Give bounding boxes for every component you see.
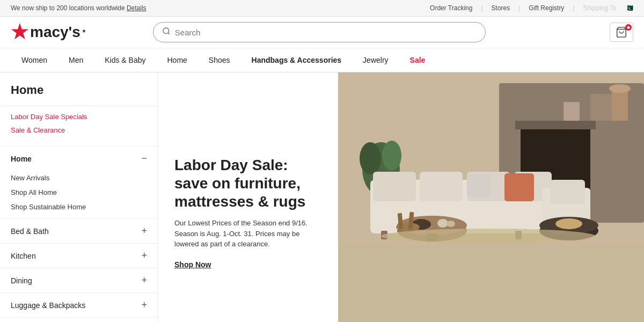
svg-point-12 [382,141,401,171]
svg-rect-15 [373,172,416,201]
svg-point-35 [381,229,596,244]
svg-point-30 [447,221,455,227]
top-bar-right: Order Tracking | Stores | Gift Registry … [430,4,633,12]
sidebar-section-home: Home − New Arrivals Shop All Home Shop S… [0,146,158,218]
nav-item-kids-baby[interactable]: Kids & Baby [94,48,156,72]
nav-item-men[interactable]: Men [58,48,94,72]
sidebar-section-kitchen-header[interactable]: Kitchen + [0,244,158,268]
logo-text: macy's [30,24,80,41]
sidebar-section-home-header[interactable]: Home − [0,147,158,171]
sidebar-title: Home [0,83,158,106]
svg-marker-3 [626,26,630,29]
sidebar-section-luggage-header[interactable]: Luggage & Backpacks + [0,293,158,317]
nav-item-women[interactable]: Women [11,48,58,72]
sidebar-section-home-label: Home [11,155,32,163]
gift-registry-link[interactable]: Gift Registry [529,4,564,12]
sidebar-section-kitchen-label: Kitchen [11,252,36,260]
collapse-icon: − [141,153,147,164]
svg-rect-20 [550,180,585,204]
sidebar-shop-sustainable-home[interactable]: Shop Sustainable Home [11,200,147,214]
svg-rect-7 [515,121,596,129]
svg-point-40 [609,84,631,93]
svg-rect-39 [612,89,628,121]
country-flag: 🇵🇰 [625,4,633,12]
promo-image [338,72,644,322]
sidebar-section-dining: Dining + [0,268,158,292]
svg-line-1 [168,33,170,34]
sale-clearance-link[interactable]: Sale & Clearance [11,126,147,134]
nav-item-handbags[interactable]: Handbags & Accessories [241,48,353,72]
bag-badge [625,24,632,31]
main-nav: Women Men Kids & Baby Home Shoes Handbag… [0,48,644,72]
sidebar-home-sub-items: New Arrivals Shop All Home Shop Sustaina… [0,171,158,218]
shipping-notice: We now ship to 200 locations worldwide D… [11,4,147,12]
nav-item-home[interactable]: Home [156,48,197,72]
logo-star-icon: ★ [11,23,28,42]
content-area: Labor Day Sale: save on furniture, mattr… [158,72,644,322]
sidebar-section-dining-header[interactable]: Dining + [0,268,158,292]
promo-description: Our Lowest Prices of the Season end 9/16… [174,218,314,250]
stores-link[interactable]: Stores [492,4,510,12]
main-content: Home Labor Day Sale Specials Sale & Clea… [0,72,644,322]
logo-asterisk: * [83,28,85,36]
sidebar-section-bed-bath-header[interactable]: Bed & Bath + [0,219,158,243]
sidebar-section-kitchen: Kitchen + [0,243,158,268]
shopping-bag-button[interactable] [610,23,633,42]
expand-icon: + [141,225,147,237]
promo-section: Labor Day Sale: save on furniture, mattr… [158,72,644,322]
svg-point-0 [163,28,169,34]
svg-rect-21 [504,173,534,201]
header-right [610,23,633,42]
svg-point-34 [555,218,582,229]
svg-rect-16 [420,172,463,201]
nav-item-jewelry[interactable]: Jewelry [352,48,399,72]
order-tracking-link[interactable]: Order Tracking [430,4,472,12]
expand-icon: + [141,299,147,311]
sidebar-section-luggage: Luggage & Backpacks + [0,292,158,317]
nav-item-sale[interactable]: Sale [399,48,436,72]
details-link[interactable]: Details [127,4,147,12]
svg-rect-9 [564,102,580,121]
sidebar-section-bed-bath-label: Bed & Bath [11,227,49,236]
sidebar: Home Labor Day Sale Specials Sale & Clea… [0,72,158,322]
labor-day-sale-link[interactable]: Labor Day Sale Specials [11,113,147,121]
sidebar-shop-all-home[interactable]: Shop All Home [11,185,147,200]
promo-title: Labor Day Sale: save on furniture, mattr… [174,156,322,210]
sidebar-new-arrivals[interactable]: New Arrivals [11,171,147,185]
sidebar-quick-links: Labor Day Sale Specials Sale & Clearance [0,106,158,146]
sidebar-section-dining-label: Dining [11,276,32,285]
search-input[interactable] [175,28,477,37]
sidebar-section-bed-bath: Bed & Bath + [0,218,158,243]
sidebar-section-home-decor: Home Decor + [0,317,158,322]
header: ★ macy's* [0,17,644,48]
expand-icon: + [141,250,147,261]
promo-illustration [338,72,644,244]
sidebar-section-home-decor-header[interactable]: Home Decor + [0,318,158,322]
search-bar[interactable] [153,22,486,42]
top-bar: We now ship to 200 locations worldwide D… [0,0,644,17]
sidebar-section-luggage-label: Luggage & Backpacks [11,301,85,310]
svg-point-29 [437,219,448,228]
svg-rect-8 [590,94,612,121]
logo[interactable]: ★ macy's* [11,23,85,42]
promo-text-area: Labor Day Sale: save on furniture, mattr… [158,72,338,322]
svg-rect-22 [467,174,491,197]
svg-point-11 [360,142,381,174]
shop-now-button[interactable]: Shop Now [174,260,322,269]
nav-item-shoes[interactable]: Shoes [198,48,241,72]
shipping-to-label: Shipping To [583,4,617,12]
search-icon [162,27,171,38]
expand-icon: + [141,275,147,286]
